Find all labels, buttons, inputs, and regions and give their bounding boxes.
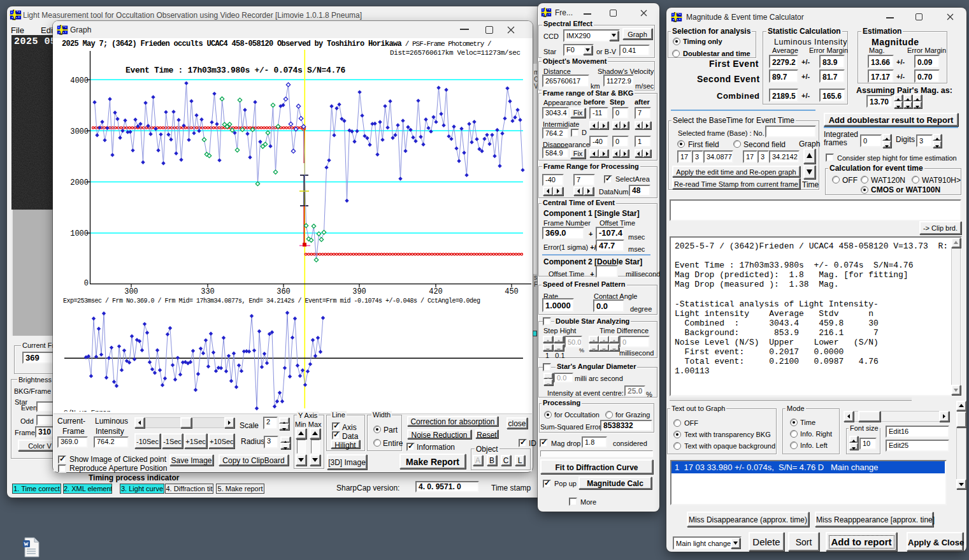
- svg-text:420: 420: [429, 287, 443, 296]
- svg-text:4000: 4000: [70, 76, 89, 85]
- svg-text:390: 390: [352, 287, 366, 296]
- svg-text:3000: 3000: [70, 127, 89, 136]
- svg-text:300: 300: [124, 287, 138, 296]
- svg-text:330: 330: [201, 287, 215, 296]
- svg-text:2000: 2000: [70, 178, 89, 187]
- svg-text:1000: 1000: [70, 229, 89, 238]
- svg-text:450: 450: [505, 287, 519, 296]
- svg-text:360: 360: [276, 287, 291, 296]
- svg-text:S/N vs Error: S/N vs Error: [64, 409, 110, 412]
- svg-text:0: 0: [84, 279, 89, 288]
